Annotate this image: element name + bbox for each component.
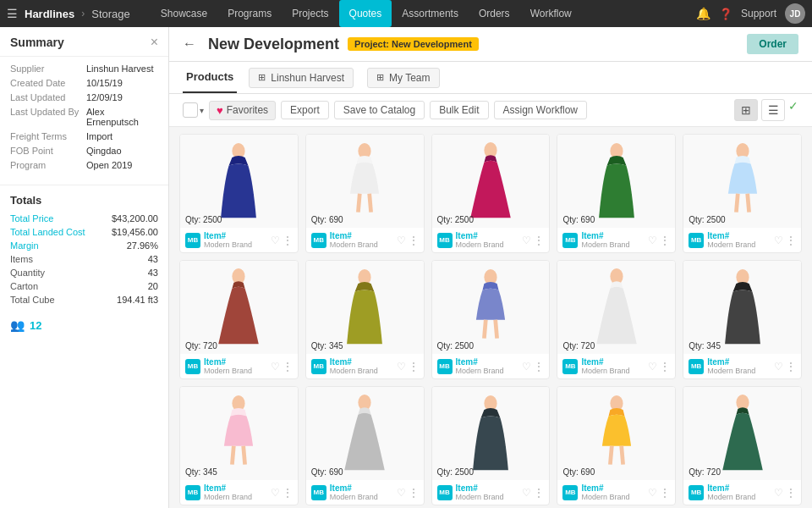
favorite-icon[interactable]: ♡ xyxy=(397,235,406,246)
favorite-icon[interactable]: ♡ xyxy=(271,487,280,499)
favorites-button[interactable]: ♥ Favorites xyxy=(209,101,276,120)
favorite-icon[interactable]: ♡ xyxy=(397,487,406,499)
more-options-icon[interactable]: ⋮ xyxy=(534,361,544,373)
grid-view-button[interactable]: ⊞ xyxy=(734,99,758,121)
nav-projects[interactable]: Projects xyxy=(282,0,338,27)
hamburger-menu[interactable]: ☰ xyxy=(7,7,18,20)
select-all-checkbox[interactable] xyxy=(183,102,198,118)
item-link[interactable]: Item# xyxy=(204,357,267,367)
item-link[interactable]: Item# xyxy=(456,483,519,493)
nav-showcase[interactable]: Showcase xyxy=(151,0,217,27)
bulk-edit-button[interactable]: Bulk Edit xyxy=(430,101,488,119)
select-dropdown-arrow[interactable]: ▾ xyxy=(200,106,204,115)
svg-line-8 xyxy=(747,193,749,212)
item-link[interactable]: Item# xyxy=(204,231,267,240)
favorite-icon[interactable]: ♡ xyxy=(648,487,657,499)
more-options-icon[interactable]: ⋮ xyxy=(786,361,796,373)
more-options-icon[interactable]: ⋮ xyxy=(409,235,419,246)
product-footer: MB Item# Modern Brand ♡ ⋮ xyxy=(432,228,550,252)
favorite-icon[interactable]: ♡ xyxy=(774,487,783,499)
favorite-icon[interactable]: ♡ xyxy=(648,361,657,373)
product-card: Qty: 690 MB Item# Modern Brand ♡ ⋮ xyxy=(557,134,676,253)
product-actions: ♡ ⋮ xyxy=(271,487,293,499)
item-link[interactable]: Item# xyxy=(581,231,645,240)
tab-products[interactable]: Products xyxy=(183,62,237,93)
product-card: Qty: 2500 MB Item# Modern Brand ♡ ⋮ xyxy=(179,134,299,253)
item-link[interactable]: Item# xyxy=(330,357,393,367)
help-icon[interactable]: ❓ xyxy=(719,8,732,20)
favorite-icon[interactable]: ♡ xyxy=(271,361,280,373)
brand-name-label: Modern Brand xyxy=(707,367,771,375)
product-image-area: Qty: 345 xyxy=(180,387,298,480)
favorite-icon[interactable]: ♡ xyxy=(271,235,280,246)
total-landed-row: Total Landed Cost $19,456.00 xyxy=(10,227,158,237)
brand-name-label: Modern Brand xyxy=(581,367,645,375)
export-button[interactable]: Export xyxy=(281,101,329,119)
products-area: Qty: 2500 MB Item# Modern Brand ♡ ⋮ xyxy=(169,127,812,508)
more-options-icon[interactable]: ⋮ xyxy=(786,487,796,499)
more-options-icon[interactable]: ⋮ xyxy=(283,487,293,499)
more-options-icon[interactable]: ⋮ xyxy=(660,487,670,499)
assign-workflow-button[interactable]: Assign Workflow xyxy=(494,101,587,119)
more-options-icon[interactable]: ⋮ xyxy=(786,235,796,246)
item-link[interactable]: Item# xyxy=(204,483,267,493)
supplier-label: Supplier xyxy=(10,64,86,74)
favorite-icon[interactable]: ♡ xyxy=(774,361,783,373)
section-name[interactable]: Storage xyxy=(91,8,130,20)
myteam-label: My Team xyxy=(389,72,430,84)
favorite-icon[interactable]: ♡ xyxy=(522,487,531,499)
item-link[interactable]: Item# xyxy=(581,357,645,367)
close-sidebar-button[interactable]: × xyxy=(151,36,158,49)
favorite-icon[interactable]: ♡ xyxy=(774,235,783,246)
product-quantity: Qty: 2500 xyxy=(437,341,474,351)
product-actions: ♡ ⋮ xyxy=(774,235,796,246)
product-image-area: Qty: 2500 xyxy=(180,135,298,228)
nav-programs[interactable]: Programs xyxy=(217,0,282,27)
linshun-harvest-button[interactable]: ⊞ Linshun Harvest xyxy=(249,68,354,88)
product-image-area: Qty: 720 xyxy=(683,387,801,480)
favorite-icon[interactable]: ♡ xyxy=(648,235,657,246)
nav-workflow[interactable]: Workflow xyxy=(520,0,582,27)
more-options-icon[interactable]: ⋮ xyxy=(660,361,670,373)
more-options-icon[interactable]: ⋮ xyxy=(660,235,670,246)
product-quantity: Qty: 720 xyxy=(562,341,595,351)
save-catalog-button[interactable]: Save to Catalog xyxy=(334,101,425,119)
back-button[interactable]: ← xyxy=(183,36,196,52)
order-button[interactable]: Order xyxy=(747,34,798,54)
program-value: Open 2019 xyxy=(86,160,132,170)
product-info: Item# Modern Brand xyxy=(330,483,393,501)
confirm-icon[interactable]: ✓ xyxy=(788,99,798,121)
product-card: Qty: 2500 MB Item# Modern Brand ♡ ⋮ xyxy=(431,260,551,379)
list-view-button[interactable]: ☰ xyxy=(761,99,785,121)
more-options-icon[interactable]: ⋮ xyxy=(534,235,544,246)
item-link[interactable]: Item# xyxy=(330,483,393,493)
product-info: Item# Modern Brand xyxy=(707,357,771,375)
team-count[interactable]: 12 xyxy=(30,319,41,332)
favorite-icon[interactable]: ♡ xyxy=(397,361,406,373)
more-options-icon[interactable]: ⋮ xyxy=(283,361,293,373)
carton-label: Carton xyxy=(10,281,38,291)
favorite-icon[interactable]: ♡ xyxy=(522,235,531,246)
notification-bell-icon[interactable]: 🔔 xyxy=(696,7,710,20)
support-label[interactable]: Support xyxy=(741,8,776,19)
item-link[interactable]: Item# xyxy=(456,231,519,240)
item-link[interactable]: Item# xyxy=(707,483,771,493)
nav-assortments[interactable]: Assortments xyxy=(392,0,469,27)
more-options-icon[interactable]: ⋮ xyxy=(534,487,544,499)
more-options-icon[interactable]: ⋮ xyxy=(409,361,419,373)
favorite-icon[interactable]: ♡ xyxy=(522,361,531,373)
more-options-icon[interactable]: ⋮ xyxy=(409,487,419,499)
sidebar-created-row: Created Date 10/15/19 xyxy=(10,78,158,88)
my-team-button[interactable]: ⊞ My Team xyxy=(367,68,439,88)
item-link[interactable]: Item# xyxy=(330,231,393,240)
totals-section: Total Price $43,200.00 Total Landed Cost… xyxy=(0,210,168,312)
user-avatar[interactable]: JD xyxy=(785,3,805,24)
item-link[interactable]: Item# xyxy=(581,483,645,493)
item-link[interactable]: Item# xyxy=(456,357,519,367)
product-quantity: Qty: 690 xyxy=(311,215,343,224)
nav-orders[interactable]: Orders xyxy=(469,0,520,27)
more-options-icon[interactable]: ⋮ xyxy=(283,235,293,246)
item-link[interactable]: Item# xyxy=(707,357,771,367)
item-link[interactable]: Item# xyxy=(707,231,771,240)
nav-quotes[interactable]: Quotes xyxy=(339,0,392,27)
